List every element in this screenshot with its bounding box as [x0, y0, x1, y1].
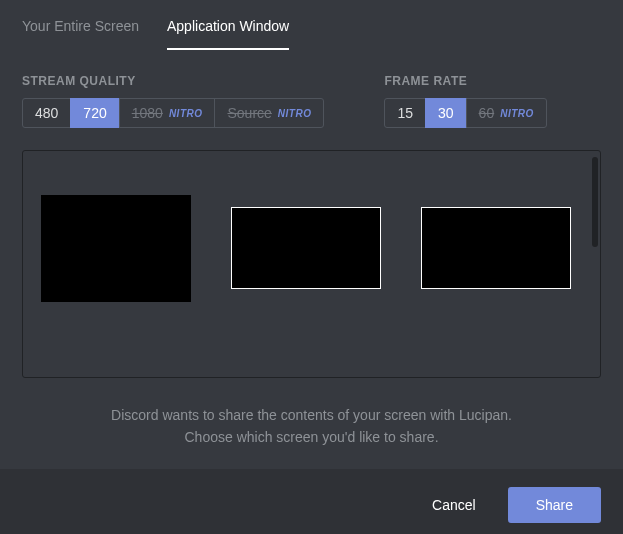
window-preview-area	[22, 150, 601, 378]
tab-entire-screen[interactable]: Your Entire Screen	[22, 18, 139, 50]
footer: Cancel Share	[0, 469, 623, 534]
stream-quality-group: STREAM QUALITY 480 720 1080 NITRO Source…	[22, 74, 324, 128]
nitro-badge-icon: NITRO	[500, 108, 534, 119]
info-line-1: Discord wants to share the contents of y…	[22, 404, 601, 426]
fps-60-text: 60	[479, 105, 495, 121]
share-button[interactable]: Share	[508, 487, 601, 523]
fps-60[interactable]: 60 NITRO	[466, 98, 547, 128]
source-tabs: Your Entire Screen Application Window	[22, 18, 601, 50]
window-thumbnail-1[interactable]	[41, 195, 191, 302]
quality-1080-text: 1080	[132, 105, 163, 121]
nitro-badge-icon: NITRO	[169, 108, 203, 119]
quality-720[interactable]: 720	[70, 98, 119, 128]
nitro-badge-icon: NITRO	[278, 108, 312, 119]
frame-rate-label: FRAME RATE	[384, 74, 546, 88]
scrollbar[interactable]	[592, 157, 598, 247]
fps-30[interactable]: 30	[425, 98, 467, 128]
quality-1080[interactable]: 1080 NITRO	[119, 98, 216, 128]
fps-15[interactable]: 15	[384, 98, 426, 128]
cancel-button[interactable]: Cancel	[414, 487, 494, 523]
stream-quality-label: STREAM QUALITY	[22, 74, 324, 88]
quality-source-text: Source	[227, 105, 271, 121]
info-text: Discord wants to share the contents of y…	[22, 404, 601, 449]
frame-rate-group: FRAME RATE 15 30 60 NITRO	[384, 74, 546, 128]
window-thumbnail-2[interactable]	[231, 207, 381, 289]
quality-480[interactable]: 480	[22, 98, 71, 128]
window-thumbnail-3[interactable]	[421, 207, 571, 289]
info-line-2: Choose which screen you'd like to share.	[22, 426, 601, 448]
tab-application-window[interactable]: Application Window	[167, 18, 289, 50]
quality-source[interactable]: Source NITRO	[214, 98, 324, 128]
